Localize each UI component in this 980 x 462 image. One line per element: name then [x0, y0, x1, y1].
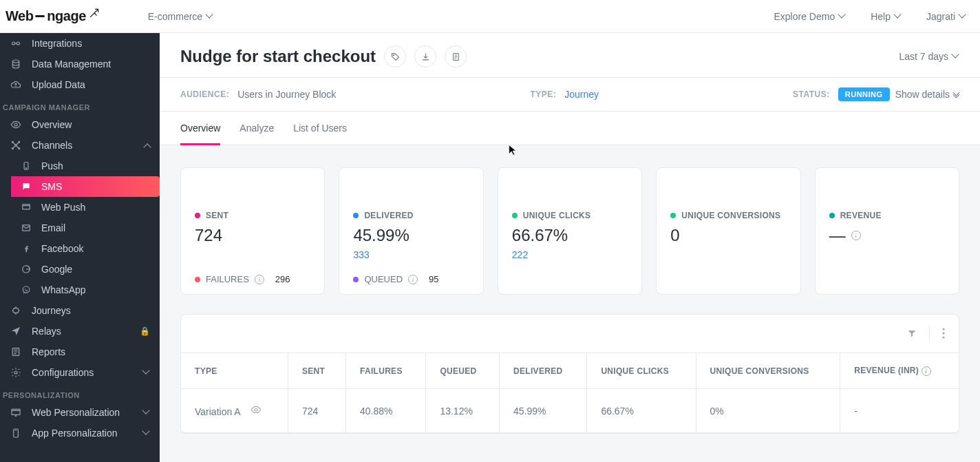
download-button[interactable]: [414, 45, 436, 67]
sidebar-item-configurations[interactable]: Configurations: [0, 362, 160, 383]
preview-icon[interactable]: [251, 406, 262, 417]
sidebar-item-email[interactable]: Email: [0, 218, 160, 238]
tab-list-of-users[interactable]: List of Users: [293, 112, 347, 145]
chevron-down-icon: [959, 13, 966, 20]
upload-icon: [10, 79, 22, 90]
svg-point-23: [942, 336, 944, 338]
sidebar-item-web-personalization[interactable]: Web Personalization: [0, 402, 160, 423]
status-badge: RUNNING: [838, 87, 890, 101]
tab-analyze[interactable]: Analyze: [239, 112, 274, 145]
product-logo: Webngage: [6, 8, 100, 24]
sidebar-item-label: SMS: [41, 181, 62, 192]
sidebar-section-campaign-manager: CAMPAIGN MANAGER: [0, 95, 160, 114]
sidebar-item-label: Web Push: [41, 202, 85, 213]
audience-value: Users in Journey Block: [237, 89, 336, 100]
sidebar-item-journeys[interactable]: Journeys: [0, 300, 160, 321]
sidebar-item-facebook[interactable]: Facebook: [0, 238, 160, 259]
sidebar-item-label: Google: [41, 264, 72, 275]
tab-overview[interactable]: Overview: [180, 112, 220, 145]
info-icon[interactable]: i: [851, 231, 861, 240]
date-range-picker[interactable]: Last 7 days: [899, 51, 959, 62]
kpi-value: 724: [195, 226, 310, 245]
info-icon[interactable]: i: [408, 275, 418, 284]
kpi-label: DELIVERED: [364, 211, 413, 220]
kpi-row: SENT724FAILURESi296DELIVERED45.99%333QUE…: [180, 167, 959, 295]
table-header-queued[interactable]: QUEUED: [426, 353, 500, 389]
kpi-value: 0: [670, 226, 786, 245]
sidebar-item-whatsapp[interactable]: WhatsApp: [0, 280, 160, 300]
sidebar-item-data-management[interactable]: Data Management: [0, 54, 160, 74]
sidebar-item-label: Web Personalization: [32, 407, 120, 418]
kpi-subvalue[interactable]: 333: [353, 249, 469, 260]
sidebar-item-web-push[interactable]: Web Push: [0, 197, 160, 218]
sidebar-item-reports[interactable]: Reports: [0, 342, 160, 362]
table-header-revenue-inr-[interactable]: REVENUE (INR) i: [840, 353, 959, 389]
info-icon[interactable]: i: [255, 275, 264, 284]
dot-icon: [353, 277, 359, 282]
kpi-sent: SENT724FAILURESi296: [180, 167, 325, 295]
show-details-toggle[interactable]: Show details: [895, 89, 959, 100]
table-header-sent[interactable]: SENT: [288, 353, 345, 389]
sidebar-item-label: Reports: [32, 346, 65, 357]
table-header-type[interactable]: TYPE: [181, 353, 288, 389]
variation-name-cell: Variation A: [181, 389, 288, 433]
type-link[interactable]: Journey: [564, 89, 599, 100]
workspace-switcher[interactable]: E-commerce: [148, 11, 213, 22]
tabs: OverviewAnalyzeList of Users: [160, 112, 980, 145]
sidebar-item-app-personalization[interactable]: App Personalization: [0, 423, 160, 443]
webp-icon: [10, 407, 22, 418]
filter-button[interactable]: [907, 328, 917, 338]
reports-icon: [10, 346, 22, 357]
table-cell: 66.67%: [587, 389, 696, 433]
relays-icon: [10, 326, 22, 337]
page-header: Nudge for start checkout Last 7 days: [160, 33, 980, 78]
sidebar-item-label: Upload Data: [32, 79, 85, 90]
svg-point-19: [393, 54, 394, 56]
svg-point-16: [14, 371, 17, 374]
dot-icon: [670, 213, 676, 218]
sidebar-section-personalization: PERSONALIZATION: [0, 383, 160, 402]
table-header-failures[interactable]: FAILURES: [345, 353, 425, 389]
webpush-icon: [21, 202, 32, 212]
svg-point-2: [12, 60, 19, 63]
whatsapp-icon: [21, 285, 32, 295]
table-header-unique-clicks[interactable]: UNIQUE CLICKS: [587, 353, 696, 389]
channels-icon: [10, 140, 22, 151]
page-title: Nudge for start checkout: [180, 47, 376, 66]
sidebar-item-push[interactable]: Push: [0, 156, 160, 176]
integrations-icon: [10, 38, 22, 49]
kpi-subvalue[interactable]: 222: [512, 249, 628, 260]
kpi-unique-clicks: UNIQUE CLICKS66.67%222: [498, 167, 642, 295]
more-button[interactable]: [942, 328, 945, 339]
variations-table-card: TYPESENTFAILURESQUEUEDDELIVEREDUNIQUE CL…: [180, 314, 959, 434]
tag-button[interactable]: [384, 45, 406, 67]
sidebar-item-integrations[interactable]: Integrations: [0, 33, 160, 54]
dot-icon: [195, 277, 200, 282]
sidebar-item-label: Overview: [32, 119, 72, 130]
info-icon[interactable]: i: [922, 366, 931, 376]
svg-point-3: [14, 123, 17, 126]
topbar: Webngage E-commerce Explore Demo Help Ja…: [0, 0, 980, 33]
user-menu[interactable]: Jagrati: [926, 11, 966, 22]
table-header-delivered[interactable]: DELIVERED: [500, 353, 587, 389]
notes-button[interactable]: [445, 45, 467, 67]
explore-demo-menu[interactable]: Explore Demo: [774, 11, 846, 22]
sidebar-item-google[interactable]: Google: [0, 259, 160, 280]
help-menu[interactable]: Help: [871, 11, 902, 22]
sidebar-item-overview[interactable]: Overview: [0, 114, 160, 135]
sidebar-item-channels[interactable]: Channels: [0, 135, 160, 156]
dot-icon: [195, 213, 200, 218]
eye-icon: [10, 119, 22, 130]
sidebar-item-relays[interactable]: Relays🔒: [0, 321, 160, 342]
sidebar-item-label: App Personalization: [32, 428, 118, 439]
sidebar-item-upload-data[interactable]: Upload Data: [0, 74, 160, 95]
divider: [929, 326, 930, 341]
table-row[interactable]: Variation A72440.88%13.12%45.99%66.67%0%…: [181, 389, 959, 433]
sidebar-item-sms[interactable]: SMS: [11, 176, 160, 197]
table-header-unique-conversions[interactable]: UNIQUE CONVERSIONS: [696, 353, 840, 389]
table-cell: 45.99%: [500, 389, 587, 433]
chevron-down-icon: [143, 409, 150, 416]
workspace-label: E-commerce: [148, 11, 202, 22]
kpi-label: UNIQUE CLICKS: [523, 211, 591, 220]
svg-point-0: [12, 42, 15, 45]
